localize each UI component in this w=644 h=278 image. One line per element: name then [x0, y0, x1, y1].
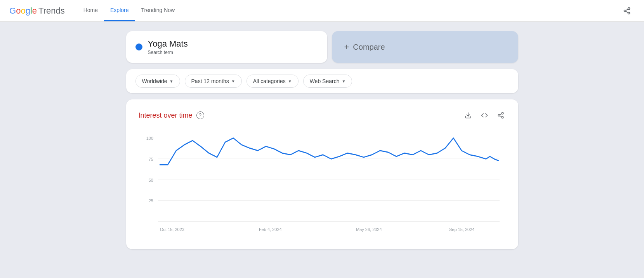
filter-search-type[interactable]: Web Search ▼	[303, 75, 352, 88]
compare-label: Compare	[353, 43, 385, 52]
logo-trends-text: Trends	[38, 6, 65, 16]
svg-line-10	[500, 114, 502, 115]
y-label-50: 50	[148, 177, 153, 182]
search-term: Yoga Mats	[148, 39, 318, 49]
search-dot	[135, 43, 142, 50]
filter-region[interactable]: Worldwide ▼	[135, 75, 180, 88]
nav-trending[interactable]: Trending Now	[135, 0, 181, 21]
filter-time[interactable]: Past 12 months ▼	[185, 75, 242, 88]
compare-plus-icon: +	[344, 42, 349, 52]
filter-category-label: All categories	[253, 78, 286, 84]
chevron-down-icon: ▼	[170, 79, 174, 83]
header: Google Trends Home Explore Trending Now	[0, 0, 644, 22]
chevron-down-icon: ▼	[342, 79, 345, 83]
x-label-sep: Sep 15, 2024	[449, 227, 475, 231]
chart-header: Interest over time ?	[139, 110, 506, 120]
search-card: Yoga Mats Search term	[126, 31, 327, 63]
chart-actions	[463, 110, 506, 120]
x-label-oct: Oct 15, 2023	[160, 227, 184, 231]
filter-region-label: Worldwide	[142, 78, 167, 84]
chart-card: Interest over time ?	[126, 99, 518, 249]
help-icon[interactable]: ?	[196, 111, 204, 119]
trend-chart: 100 75 50 25 Oct 15, 2023 Feb 4, 2024 Ma…	[139, 130, 506, 238]
x-label-feb: Feb 4, 2024	[259, 227, 282, 231]
nav-explore[interactable]: Explore	[104, 0, 135, 21]
share-icon	[497, 112, 504, 119]
download-icon	[465, 112, 472, 119]
chevron-down-icon: ▼	[288, 79, 292, 83]
filter-category[interactable]: All categories ▼	[246, 75, 299, 88]
embed-icon	[481, 112, 488, 119]
chevron-down-icon: ▼	[231, 79, 235, 83]
share-chart-button[interactable]	[496, 110, 506, 120]
filter-time-label: Past 12 months	[191, 78, 229, 84]
y-label-25: 25	[148, 198, 153, 203]
search-type: Search term	[148, 50, 318, 55]
y-label-75: 75	[148, 156, 153, 161]
nav-home[interactable]: Home	[77, 0, 104, 21]
logo: Google Trends	[9, 6, 65, 16]
embed-button[interactable]	[479, 110, 490, 120]
svg-line-9	[500, 116, 502, 117]
y-label-100: 100	[146, 136, 153, 140]
main-nav: Home Explore Trending Now	[77, 0, 181, 21]
search-section: Yoga Mats Search term + Compare	[126, 31, 518, 63]
chart-area: 100 75 50 25 Oct 15, 2023 Feb 4, 2024 Ma…	[139, 130, 506, 240]
trend-polyline	[160, 138, 498, 165]
chart-title: Interest over time	[139, 111, 193, 120]
header-share-button[interactable]	[619, 3, 635, 19]
svg-line-3	[626, 11, 628, 12]
x-label-may: May 26, 2024	[356, 227, 382, 231]
logo-text: Google	[9, 6, 37, 16]
chart-title-area: Interest over time ?	[139, 111, 204, 120]
filter-search-type-label: Web Search	[310, 78, 340, 84]
share-icon	[623, 7, 631, 15]
main-content: Yoga Mats Search term + Compare Worldwid…	[0, 22, 644, 259]
search-text: Yoga Mats Search term	[148, 39, 318, 55]
compare-card[interactable]: + Compare	[332, 31, 518, 63]
filters-section: Worldwide ▼ Past 12 months ▼ All categor…	[126, 69, 518, 93]
download-button[interactable]	[463, 110, 473, 120]
svg-line-4	[626, 9, 628, 10]
